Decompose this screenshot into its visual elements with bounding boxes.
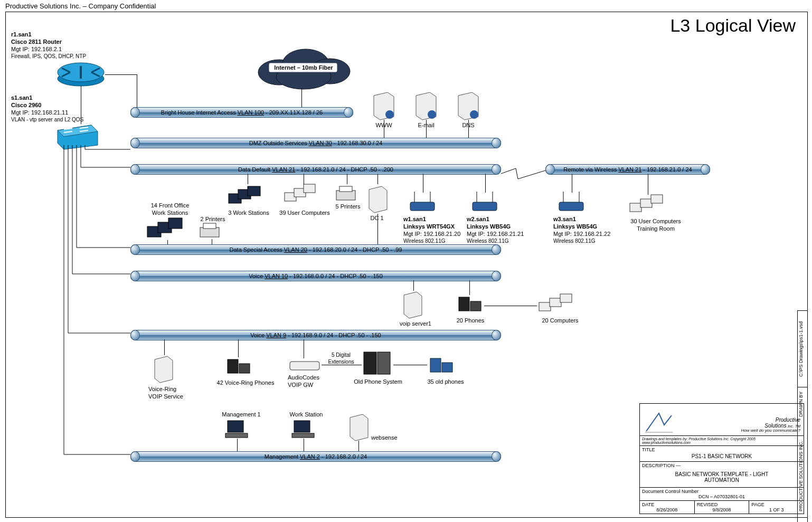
- phone-icon: [224, 356, 253, 377]
- old35-label: 35 old phones: [422, 378, 469, 386]
- wireless-ap-icon: [469, 189, 501, 214]
- pipe-vlan-100: Bright House Internet Access VLAN 100 - …: [130, 107, 353, 118]
- computers-icon: [537, 293, 580, 317]
- svg-rect-37: [539, 302, 551, 311]
- svg-rect-48: [225, 433, 248, 438]
- side-info: C:\PS Drawings\ps1-1.vsd DRAWN BY PRODUC…: [797, 310, 808, 522]
- wire: [377, 174, 378, 184]
- svg-rect-33: [640, 199, 652, 207]
- wire: [237, 439, 238, 451]
- remote-users-label: 30 User Computers Training Room: [621, 218, 690, 233]
- server-icon: [153, 354, 175, 384]
- server-icon: [348, 412, 370, 442]
- computers20-label: 20 Computers: [534, 317, 587, 325]
- voip-gw-icon: [289, 357, 322, 372]
- voicering-label: Voice-Ring VOIP Service: [148, 386, 183, 401]
- svg-rect-12: [168, 218, 182, 229]
- svg-rect-36: [470, 301, 481, 311]
- svg-rect-22: [339, 186, 352, 192]
- pipe-vlan-2: Management VLAN 2 - 192.168.2.0 / 24: [130, 451, 501, 462]
- svg-rect-38: [550, 298, 561, 307]
- svg-point-8: [428, 110, 436, 119]
- wire: [167, 240, 168, 244]
- svg-rect-35: [459, 297, 469, 311]
- wire: [393, 365, 427, 365]
- workstations-icon: [145, 218, 191, 242]
- pipe-vlan-21: Data Default VLAN 21 - 192.168.21.0 / 24…: [130, 164, 501, 175]
- svg-rect-32: [630, 203, 641, 212]
- computers-icon: [282, 184, 324, 207]
- wire: [164, 339, 165, 355]
- svg-rect-44: [377, 352, 390, 374]
- svg-rect-39: [560, 294, 572, 302]
- websense-label: websense: [371, 434, 398, 442]
- wireless-ap-icon: [556, 189, 588, 214]
- wire: [301, 88, 302, 107]
- svg-rect-43: [364, 352, 376, 374]
- internet-label: Internet – 10mb Fiber: [270, 64, 337, 72]
- computers-icon: [628, 194, 671, 218]
- pbx-icon: [362, 350, 393, 376]
- svg-rect-23: [410, 202, 435, 211]
- phone-icon: [427, 355, 456, 376]
- voip-server-label: voip server1: [394, 320, 437, 328]
- wire: [648, 174, 648, 195]
- svg-rect-41: [239, 364, 250, 373]
- svg-rect-26: [473, 202, 497, 211]
- diagram-canvas: L3 Logical View r1.san1 Cisco 2811 Route…: [5, 12, 808, 518]
- switch-label: s1.san1 Cisco 2960 Mgt IP: 192.168.21.11…: [11, 94, 83, 124]
- svg-rect-14: [203, 223, 216, 229]
- page-title: L3 Logical View: [670, 15, 796, 36]
- audiocodes-label: AudioCodes VOIP GW: [288, 374, 319, 389]
- pipe-vlan-20: Data Special Access VLAN 20 - 192.168.20…: [130, 244, 501, 255]
- svg-rect-50: [292, 433, 314, 438]
- wire: [304, 174, 304, 184]
- trunk-wires: [56, 145, 136, 472]
- wire: [469, 280, 470, 295]
- front-office-label: 14 Front Office Work Stations: [141, 202, 199, 217]
- ws-label: Work Station: [282, 411, 330, 419]
- printer-icon: [197, 222, 224, 240]
- workstation-icon: [291, 419, 316, 440]
- wire: [358, 441, 359, 451]
- svg-rect-49: [294, 421, 310, 432]
- svg-rect-29: [559, 202, 583, 211]
- wire: [105, 74, 137, 75]
- wire: [484, 306, 537, 306]
- wire: [413, 280, 414, 291]
- dns-label: DNS: [455, 122, 482, 129]
- pipe-vlan-30: DMZ Outside Services VLAN 30 - 192.168.3…: [130, 138, 501, 148]
- three-ws-label: 3 Work Stations: [223, 210, 274, 217]
- router-label: r1.san1 Cisco 2811 Router Mgt IP: 192.16…: [11, 31, 86, 60]
- svg-rect-34: [651, 195, 663, 203]
- workstations-icon: [228, 186, 265, 210]
- wire: [137, 74, 137, 110]
- phones42-label: 42 Voice-Ring Phones: [214, 379, 277, 387]
- svg-rect-17: [248, 186, 260, 196]
- workstation-icon: [224, 419, 250, 440]
- wire: [377, 214, 378, 244]
- pipe-vlan-21-remote: Remote via Wireless VLAN 21 - 192.168.21…: [545, 164, 710, 175]
- title-block: Productive Solutions inc. TM How well do…: [639, 403, 804, 514]
- pipe-vlan-9: Voice VLAN 9 - 192.168.9.0 / 24 - DHCP .…: [130, 330, 501, 340]
- svg-rect-13: [200, 227, 219, 237]
- w2-label: w2.san1 Linksys WB54G Mgt IP: 192.168.21…: [467, 216, 524, 245]
- printer-icon: [333, 185, 361, 203]
- wireless-link-icon: [500, 166, 546, 182]
- email-label: E-mail: [412, 122, 440, 129]
- five-printers-label: 5 Printers: [331, 203, 365, 211]
- oldps-label: Old Phone System: [349, 378, 407, 386]
- pipe-vlan-10: Voice VLAN 10 - 192.168.0.0 / 24 - DHCP …: [130, 271, 501, 281]
- wire: [304, 439, 304, 451]
- dc1-label: DC 1: [364, 215, 390, 222]
- page: Productive Solutions Inc. – Company Conf…: [0, 0, 812, 522]
- wire: [248, 174, 248, 184]
- logo-icon: [643, 410, 675, 433]
- users39-label: 39 User Computers: [273, 210, 336, 217]
- svg-rect-40: [228, 359, 238, 373]
- server-icon: [414, 90, 438, 121]
- server-icon: [367, 184, 389, 214]
- svg-rect-45: [430, 358, 441, 372]
- svg-rect-21: [336, 191, 355, 200]
- svg-rect-46: [442, 363, 452, 372]
